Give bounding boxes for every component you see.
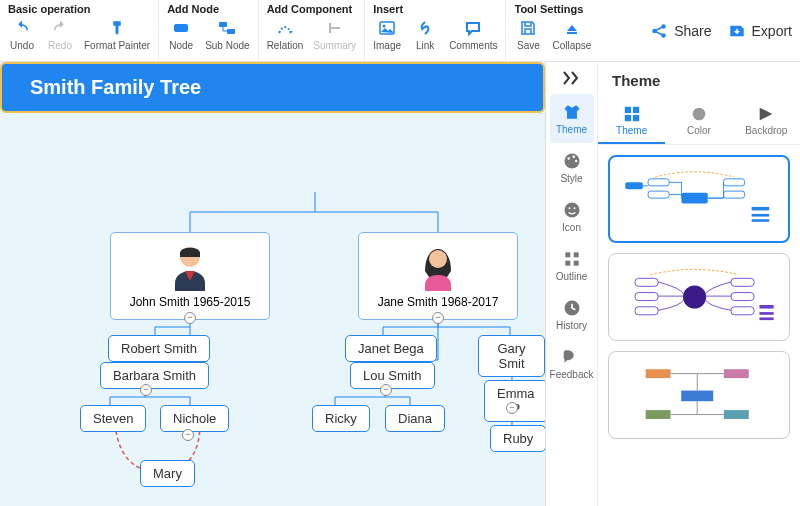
child-node[interactable]: Robert Smith [108,335,210,362]
svg-rect-35 [752,214,770,217]
link-button[interactable]: Link [411,18,439,51]
theme-list [598,145,800,506]
svg-rect-0 [174,24,188,32]
svg-rect-5 [567,32,577,34]
root-node[interactable]: Smith Family Tree [0,62,545,113]
svg-rect-39 [635,293,658,301]
svg-rect-23 [624,107,630,113]
svg-rect-1 [219,22,227,27]
tab-style[interactable]: Style [550,143,594,192]
share-button[interactable]: Share [642,0,719,61]
theme-option-3[interactable] [608,351,790,439]
avatar-male-icon [165,241,215,291]
svg-rect-49 [681,391,713,402]
svg-point-14 [574,160,577,163]
collapse-toggle[interactable]: − [380,384,392,396]
collapse-toggle[interactable]: − [432,312,444,324]
collapse-button[interactable]: Collapse [552,18,591,51]
side-panel: Theme Style Icon Outline History Feedbac… [545,62,800,506]
svg-rect-36 [752,219,770,222]
svg-rect-26 [633,115,639,121]
svg-rect-46 [759,317,773,320]
svg-rect-20 [565,261,570,266]
svg-point-13 [572,156,575,159]
clock-icon [562,298,582,318]
diagram-canvas[interactable]: Smith Family Tree John Smith 1965-2015 −… [0,62,545,506]
svg-rect-34 [752,207,770,211]
tab-icon[interactable]: Icon [550,192,594,241]
svg-rect-48 [724,369,749,378]
toolbar: Basic operation Undo Redo Format Painter… [0,0,800,62]
svg-point-16 [568,207,570,209]
save-button[interactable]: Save [514,18,542,51]
child-node[interactable]: Emma P [484,380,545,422]
child-node[interactable]: Ricky [312,405,370,432]
shirt-icon [562,102,582,122]
svg-point-12 [567,157,570,160]
backdrop-icon [757,105,775,123]
panel-collapse-button[interactable] [561,70,583,86]
tab-history[interactable]: History [550,290,594,339]
subtab-backdrop[interactable]: Backdrop [733,99,800,144]
svg-rect-30 [648,191,669,198]
comment-icon [463,18,483,38]
svg-rect-24 [633,107,639,113]
child-node[interactable]: Ruby [490,425,545,452]
group-add-component: Add Component Relation Summary [259,0,366,61]
node-label: John Smith 1965-2015 [127,295,253,309]
svg-rect-25 [624,115,630,121]
parent-node-jane[interactable]: Jane Smith 1968-2017 [358,232,518,320]
theme-option-1[interactable] [608,155,790,243]
comments-button[interactable]: Comments [449,18,497,51]
child-node[interactable]: Lou Smith [350,362,435,389]
smile-icon [562,200,582,220]
image-button[interactable]: Image [373,18,401,51]
group-title: Tool Settings [514,3,591,15]
relation-button[interactable]: Relation [267,18,304,51]
tab-theme[interactable]: Theme [550,94,594,143]
collapse-toggle[interactable]: − [182,429,194,441]
tab-outline[interactable]: Outline [550,241,594,290]
svg-rect-31 [681,193,707,204]
summary-icon [325,18,345,38]
brush-icon [107,18,127,38]
child-node[interactable]: Mary [140,460,195,487]
collapse-toggle[interactable]: − [506,402,518,414]
redo-button[interactable]: Redo [46,18,74,51]
group-tool-settings: Tool Settings Save Collapse [506,0,599,61]
child-node[interactable]: Diana [385,405,445,432]
theme-option-2[interactable] [608,253,790,341]
svg-rect-45 [759,312,773,315]
format-painter-button[interactable]: Format Painter [84,18,150,51]
avatar-female-icon [413,241,463,291]
child-node[interactable]: Janet Bega [345,335,437,362]
child-node[interactable]: Barbara Smith [100,362,209,389]
collapse-toggle[interactable]: − [140,384,152,396]
palette-icon [562,151,582,171]
collapse-toggle[interactable]: − [184,312,196,324]
subtabs: Theme Color Backdrop [598,99,800,145]
svg-rect-38 [635,278,658,286]
subtab-color[interactable]: Color [665,99,732,144]
svg-rect-43 [731,307,754,315]
svg-rect-50 [646,410,671,419]
child-node[interactable]: Steven [80,405,146,432]
svg-rect-28 [625,182,643,189]
tab-feedback[interactable]: Feedback [550,339,594,388]
parent-node-john[interactable]: John Smith 1965-2015 [110,232,270,320]
export-button[interactable]: Export [720,0,800,61]
child-node[interactable]: Nichole [160,405,229,432]
share-icon [650,22,668,40]
export-icon [728,22,746,40]
svg-rect-32 [724,179,745,186]
subtab-theme[interactable]: Theme [598,99,665,144]
undo-button[interactable]: Undo [8,18,36,51]
redo-icon [50,18,70,38]
group-basic: Basic operation Undo Redo Format Painter [0,0,159,61]
sub-node-button[interactable]: Sub Node [205,18,249,51]
side-title: Theme [612,72,660,89]
undo-icon [12,18,32,38]
child-node[interactable]: Gary Smit [478,335,545,377]
node-button[interactable]: Node [167,18,195,51]
summary-button[interactable]: Summary [313,18,356,51]
